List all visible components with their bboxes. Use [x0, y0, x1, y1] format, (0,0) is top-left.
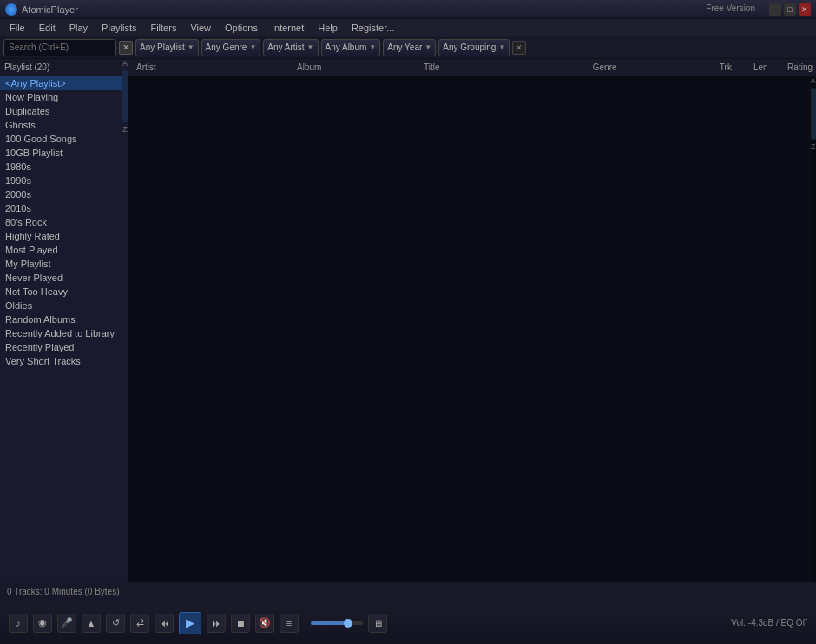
sidebar-header: Playlist (20)	[0, 59, 122, 76]
playlist-item-16[interactable]: Oldies	[0, 299, 122, 312]
sidebar: Playlist (20) <Any Playlist>Now PlayingD…	[0, 59, 128, 582]
playlist-icon[interactable]: ≡	[280, 614, 299, 633]
eq-status: Vol: -4.3dB / EQ Off	[731, 618, 807, 628]
artist-filter[interactable]: Any Artist▼	[263, 39, 318, 56]
toolbar: ✕ Any Playlist▼Any Genre▼Any Artist▼Any …	[0, 36, 816, 59]
playlist-item-3[interactable]: Ghosts	[0, 118, 122, 132]
prev-icon[interactable]: ⏮	[155, 614, 174, 633]
playlist-item-9[interactable]: 2010s	[0, 201, 122, 215]
playlist-item-6[interactable]: 1980s	[0, 160, 122, 174]
playlist-item-5[interactable]: 10GB Playlist	[0, 146, 122, 160]
alpha-top: A	[122, 59, 128, 68]
menu-item-view[interactable]: View	[184, 21, 217, 35]
genre-filter[interactable]: Any Genre▼	[201, 39, 261, 56]
content-alpha-bottom: Z	[811, 142, 816, 151]
menu-item-file[interactable]: File	[3, 21, 31, 35]
volume-fill	[311, 621, 345, 625]
menu-item-play[interactable]: Play	[63, 21, 94, 35]
app-name: AtomicPlayer	[22, 4, 78, 15]
playlist-item-15[interactable]: Not Too Heavy	[0, 285, 122, 299]
year-filter[interactable]: Any Year▼	[383, 39, 436, 56]
playlist-list[interactable]: <Any Playlist>Now PlayingDuplicatesGhost…	[0, 76, 122, 582]
play-icon[interactable]: ▶	[179, 612, 201, 634]
playlist-item-1[interactable]: Now Playing	[0, 90, 122, 104]
col-genre-header[interactable]: Genre	[589, 62, 716, 72]
playlist-item-13[interactable]: My Playlist	[0, 257, 122, 271]
col-album-header[interactable]: Album	[293, 62, 420, 72]
album-filter[interactable]: Any Album▼	[321, 39, 381, 56]
sidebar-scroll[interactable]: A Z	[122, 59, 128, 582]
playlist-item-20[interactable]: Very Short Tracks	[0, 354, 122, 368]
col-artist-header[interactable]: Artist	[133, 62, 293, 72]
wifi-icon[interactable]: ◉	[33, 614, 52, 633]
col-title-header[interactable]: Title	[420, 62, 589, 72]
menu-item-options[interactable]: Options	[219, 21, 264, 35]
playlist-item-17[interactable]: Random Albums	[0, 312, 122, 326]
volume-control[interactable]	[311, 621, 363, 625]
up-icon[interactable]: ▲	[82, 614, 101, 633]
playlist-item-11[interactable]: Highly Rated	[0, 229, 122, 243]
playlist-item-19[interactable]: Recently Played	[0, 340, 122, 354]
playlist-item-4[interactable]: 100 Good Songs	[0, 132, 122, 146]
free-version-label: Free Version	[706, 3, 755, 13]
playlist-item-7[interactable]: 1990s	[0, 174, 122, 187]
content-body[interactable]	[128, 76, 809, 582]
menu-bar: FileEditPlayPlaylistsFiltersViewOptionsI…	[0, 19, 816, 36]
main-layout: Playlist (20) <Any Playlist>Now PlayingD…	[0, 59, 816, 582]
shuffle-icon[interactable]: ⇄	[130, 614, 149, 633]
menu-item-register[interactable]: Register...	[345, 21, 401, 35]
menu-item-help[interactable]: Help	[312, 21, 344, 35]
window-controls: – □ ✕	[769, 3, 811, 16]
menu-item-playlists[interactable]: Playlists	[95, 21, 142, 35]
playlist-item-18[interactable]: Recently Added to Library	[0, 326, 122, 340]
playlist-item-8[interactable]: 2000s	[0, 187, 122, 201]
col-len-header[interactable]: Len	[750, 62, 784, 72]
menu-item-internet[interactable]: Internet	[266, 21, 310, 35]
menu-item-edit[interactable]: Edit	[33, 21, 62, 35]
content-alpha-top: A	[810, 76, 815, 85]
playback-bar: ♪◉🎤▲↺⇄⏮▶⏭⏹🔇≡ 🖥Vol: -4.3dB / EQ Off	[0, 601, 816, 644]
display-button[interactable]: 🖥	[368, 614, 387, 633]
menu-item-filters[interactable]: Filters	[144, 21, 182, 35]
col-trk-header[interactable]: Trk	[716, 62, 750, 72]
search-clear-button[interactable]: ✕	[119, 41, 133, 55]
playlist-item-12[interactable]: Most Played	[0, 243, 122, 257]
music-icon[interactable]: ♪	[9, 614, 28, 633]
maximize-button[interactable]: □	[784, 3, 796, 16]
search-input[interactable]	[3, 39, 116, 56]
col-rating-header[interactable]: Rating	[784, 62, 816, 72]
playlist-item-0[interactable]: <Any Playlist>	[0, 76, 122, 90]
playlist-item-2[interactable]: Duplicates	[0, 104, 122, 118]
repeat-icon[interactable]: ↺	[106, 614, 125, 633]
mic-icon[interactable]: 🎤	[57, 614, 76, 633]
mute-icon[interactable]: 🔇	[255, 614, 274, 633]
status-text: 0 Tracks: 0 Minutes (0 Bytes)	[7, 587, 120, 596]
stop-icon[interactable]: ⏹	[231, 614, 250, 633]
volume-slider[interactable]	[311, 621, 363, 625]
alpha-bottom: Z	[122, 125, 128, 134]
content-scroll[interactable]: A Z	[809, 76, 816, 582]
grouping-filter[interactable]: Any Grouping▼	[438, 39, 510, 56]
sidebar-list-area: Playlist (20) <Any Playlist>Now PlayingD…	[0, 59, 122, 582]
volume-handle[interactable]	[344, 619, 352, 628]
column-headers: ArtistAlbumTitleGenreTrkLenRating	[128, 59, 816, 76]
content-area: ArtistAlbumTitleGenreTrkLenRating A Z	[128, 59, 816, 582]
playlist-count: Playlist (20)	[4, 62, 49, 72]
close-button[interactable]: ✕	[799, 3, 811, 16]
app-icon	[5, 3, 17, 16]
app-title: AtomicPlayer	[5, 3, 78, 16]
minimize-button[interactable]: –	[769, 3, 781, 16]
global-filter-clear[interactable]: ✕	[512, 41, 526, 55]
next-icon[interactable]: ⏭	[207, 614, 226, 633]
playlist-item-10[interactable]: 80's Rock	[0, 215, 122, 229]
title-bar: AtomicPlayer Free Version – □ ✕	[0, 0, 816, 19]
playlist-item-14[interactable]: Never Played	[0, 271, 122, 285]
status-bar: 0 Tracks: 0 Minutes (0 Bytes)	[0, 582, 816, 601]
playlist-filter[interactable]: Any Playlist▼	[135, 39, 199, 56]
